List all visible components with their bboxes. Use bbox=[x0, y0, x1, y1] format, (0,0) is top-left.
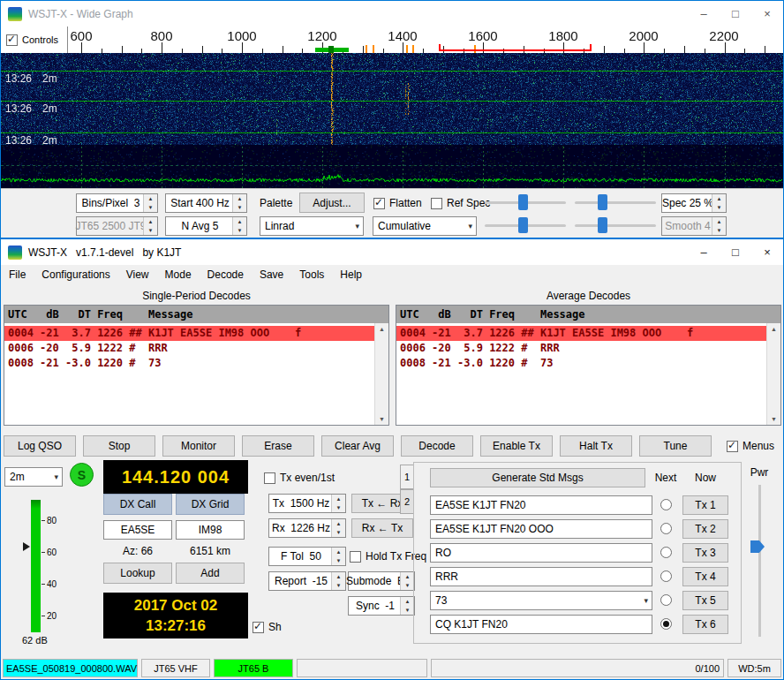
close-button[interactable]: × bbox=[751, 1, 783, 26]
tx-select-radio-6[interactable] bbox=[660, 618, 672, 630]
tab-1[interactable]: 1 bbox=[400, 465, 414, 489]
minimize-button[interactable]: – bbox=[688, 1, 720, 26]
palette-select[interactable]: Linrad ▾ bbox=[260, 216, 364, 236]
avg-gain-slider[interactable] bbox=[485, 215, 566, 235]
tab-2[interactable]: 2 bbox=[400, 489, 414, 514]
tx-freq-spinner[interactable]: Tx 1500 Hz ▲▼ bbox=[268, 494, 346, 513]
tx-button-3[interactable]: Tx 3 bbox=[682, 543, 728, 563]
minimize-button[interactable]: – bbox=[688, 239, 720, 265]
tx-message-field-2[interactable]: EA5SE K1JT FN20 OOO bbox=[430, 519, 652, 539]
menu-save[interactable]: Save bbox=[252, 265, 291, 284]
bins-pixel-spinner[interactable]: Bins/Pixel 3 ▲▼ bbox=[76, 193, 158, 213]
tx-message-field-4[interactable]: RRR bbox=[430, 567, 652, 586]
rx-from-tx-button[interactable]: Rx ← Tx bbox=[351, 518, 413, 538]
spinner-arrows-icon[interactable]: ▲▼ bbox=[331, 548, 345, 565]
f-tol-spinner[interactable]: F Tol 50 ▲▼ bbox=[268, 547, 346, 566]
add-button[interactable]: Add bbox=[176, 563, 245, 584]
spinner-arrows-icon[interactable]: ▲▼ bbox=[232, 217, 246, 235]
enable-tx-button[interactable]: Enable Tx bbox=[480, 435, 553, 457]
monitor-button[interactable]: Monitor bbox=[162, 435, 235, 457]
tx-even-checkbox[interactable]: Tx even/1st bbox=[264, 468, 335, 487]
start-freq-spinner[interactable]: Start 400 Hz ▲▼ bbox=[165, 193, 247, 213]
close-button[interactable]: × bbox=[751, 239, 783, 265]
dx-call-field[interactable]: EA5SE bbox=[103, 520, 172, 540]
spinner-arrows-icon[interactable]: ▲▼ bbox=[400, 597, 414, 615]
menu-tools[interactable]: Tools bbox=[291, 265, 332, 284]
tx-select-radio-5[interactable] bbox=[660, 594, 672, 606]
tx-select-radio-1[interactable] bbox=[660, 499, 672, 510]
sh-checkbox[interactable]: Sh bbox=[253, 617, 282, 637]
slider-handle[interactable] bbox=[518, 194, 528, 210]
dx-call-button[interactable]: DX Call bbox=[103, 494, 172, 515]
decode-button[interactable]: Decode bbox=[401, 435, 473, 457]
tx-select-radio-3[interactable] bbox=[660, 547, 672, 558]
menu-help[interactable]: Help bbox=[332, 265, 370, 284]
halt-tx-button[interactable]: Halt Tx bbox=[560, 435, 632, 457]
erase-button[interactable]: Erase bbox=[242, 435, 314, 457]
band-select[interactable]: 2m ▾ bbox=[4, 467, 63, 487]
tx-message-field-1[interactable]: EA5SE K1JT FN20 bbox=[430, 495, 652, 515]
submode-spinner[interactable]: Submode B ▲▼ bbox=[348, 571, 415, 591]
decode-row[interactable]: 0008 -21 -3.0 1220 # 73 bbox=[396, 356, 767, 371]
spinner-arrows-icon[interactable]: ▲▼ bbox=[143, 194, 157, 212]
spinner-arrows-icon[interactable]: ▲▼ bbox=[331, 572, 345, 590]
decode-row[interactable]: 0004 -21 3.7 1226 ## K1JT EA5SE IM98 OOO… bbox=[4, 326, 375, 341]
tx-select-radio-2[interactable] bbox=[660, 523, 672, 534]
ref-spec-checkbox[interactable]: Ref Spec bbox=[431, 193, 490, 213]
tx-button-1[interactable]: Tx 1 bbox=[682, 495, 728, 515]
spinner-arrows-icon[interactable]: ▲▼ bbox=[331, 495, 345, 512]
adjust-button[interactable]: Adjust... bbox=[299, 193, 365, 213]
decode-row[interactable]: 0008 -21 -3.0 1220 # 73 bbox=[4, 356, 375, 371]
waterfall[interactable]: 13:26 2m 13:26 2m 13:26 2m bbox=[1, 53, 783, 188]
stop-button[interactable]: Stop bbox=[83, 435, 155, 457]
generate-std-msgs-button[interactable]: Generate Std Msgs bbox=[430, 468, 645, 487]
scroll-down-icon[interactable]: ▼ bbox=[375, 413, 388, 425]
spec-gain-slider[interactable] bbox=[485, 193, 566, 212]
dx-grid-button[interactable]: DX Grid bbox=[176, 494, 245, 515]
tx-message-combo-5[interactable]: 73 ▾ bbox=[430, 591, 652, 610]
sync-spinner[interactable]: Sync -1 ▲▼ bbox=[348, 596, 415, 616]
menu-view[interactable]: View bbox=[118, 265, 157, 284]
spinner-arrows-icon[interactable]: ▲▼ bbox=[232, 194, 246, 212]
tx-message-field-3[interactable]: RO bbox=[430, 543, 652, 563]
controls-checkbox[interactable]: Controls bbox=[1, 26, 68, 53]
maximize-button[interactable]: □ bbox=[720, 1, 751, 26]
menu-file[interactable]: File bbox=[1, 265, 34, 284]
frequency-ruler[interactable]: 600 800 1000 1200 1400 1600 1800 2000 22… bbox=[1, 26, 783, 53]
scrollbar[interactable]: ▲ ▼ bbox=[766, 323, 780, 425]
avg-zero-slider[interactable] bbox=[575, 215, 656, 235]
scroll-up-icon[interactable]: ▲ bbox=[767, 323, 780, 335]
report-spinner[interactable]: Report -15 ▲▼ bbox=[268, 571, 346, 591]
spinner-arrows-icon[interactable]: ▲▼ bbox=[712, 194, 726, 212]
tx-button-5[interactable]: Tx 5 bbox=[682, 591, 728, 610]
flatten-checkbox[interactable]: Flatten bbox=[373, 193, 422, 213]
menu-configurations[interactable]: Configurations bbox=[34, 265, 117, 284]
tx-button-6[interactable]: Tx 6 bbox=[682, 615, 728, 634]
lookup-button[interactable]: Lookup bbox=[103, 563, 172, 584]
decode-row[interactable]: 0004 -21 3.7 1226 ## K1JT EA5SE IM98 OOO… bbox=[396, 326, 767, 341]
decode-row[interactable]: 0006 -20 5.9 1222 # RRR bbox=[4, 341, 375, 356]
dx-grid-field[interactable]: IM98 bbox=[176, 520, 245, 540]
menu-decode[interactable]: Decode bbox=[200, 265, 252, 284]
spinner-arrows-icon[interactable]: ▲▼ bbox=[400, 572, 414, 590]
decode-row[interactable]: 0006 -20 5.9 1222 # RRR bbox=[396, 341, 767, 356]
scroll-down-icon[interactable]: ▼ bbox=[767, 413, 780, 425]
spec-percent-spinner[interactable]: Spec 25 % ▲▼ bbox=[661, 193, 727, 213]
menus-checkbox[interactable]: Menus bbox=[719, 440, 782, 452]
pwr-slider[interactable] bbox=[758, 485, 761, 637]
main-titlebar[interactable]: WSJT-X v1.7.1-devel by K1JT – □ × bbox=[1, 239, 783, 265]
rx-freq-spinner[interactable]: Rx 1226 Hz ▲▼ bbox=[268, 518, 346, 538]
clear-avg-button[interactable]: Clear Avg bbox=[321, 435, 394, 457]
tune-button[interactable]: Tune bbox=[639, 435, 712, 457]
pwr-slider-handle[interactable] bbox=[750, 540, 765, 553]
n-avg-spinner[interactable]: N Avg 5 ▲▼ bbox=[165, 216, 247, 236]
spinner-arrows-icon[interactable]: ▲▼ bbox=[331, 519, 345, 537]
slider-handle[interactable] bbox=[518, 217, 528, 233]
spec-zero-slider[interactable] bbox=[575, 193, 656, 212]
slider-handle[interactable] bbox=[598, 217, 607, 233]
tx-message-field-6[interactable]: CQ K1JT FN20 bbox=[430, 615, 652, 634]
maximize-button[interactable]: □ bbox=[720, 239, 751, 265]
spectrum-mode-select[interactable]: Cumulative ▾ bbox=[373, 216, 477, 236]
scrollbar[interactable]: ▲ ▼ bbox=[374, 323, 388, 425]
tx-button-2[interactable]: Tx 2 bbox=[682, 519, 728, 539]
